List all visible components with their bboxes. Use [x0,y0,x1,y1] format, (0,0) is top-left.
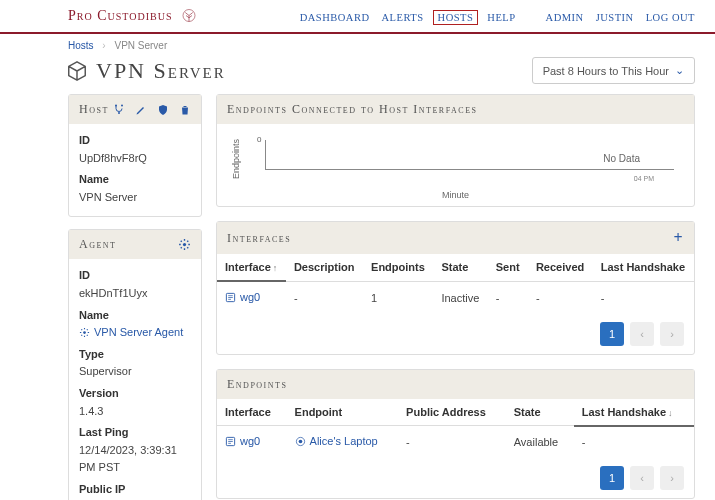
agent-id-label: ID [79,267,191,285]
cell-sent: - [488,281,528,314]
ecol-public[interactable]: Public Address [398,399,506,426]
col-interface[interactable]: Interface↑ [217,254,286,281]
agent-panel: Agent ID ekHDnTf1Uyx Name VPN Server Age… [68,229,202,500]
endpoint-icon [295,436,306,447]
top-nav: DASHBOARD ALERTS HOSTS HELP ADMIN JUSTIN… [300,12,695,23]
chart-ytick: 0 [257,135,261,144]
col-state[interactable]: State [433,254,487,281]
add-interface-button[interactable]: + [673,229,684,247]
host-name-label: Name [79,171,191,189]
sort-desc-icon: ↓ [668,408,673,418]
agent-name-value: VPN Server Agent [94,324,183,342]
page-title: VPN Server [66,58,226,84]
gear-icon[interactable] [178,238,191,251]
agent-lastping-value: 12/14/2023, 3:39:31 PM PST [79,442,191,477]
svg-point-3 [118,112,120,114]
table-row: wg0 Alice's Laptop - Available - [217,426,694,458]
nav-dashboard[interactable]: DASHBOARD [300,12,370,23]
svg-point-4 [183,243,186,246]
agent-type-value: Supervisor [79,363,191,381]
cell-description: - [286,281,363,314]
ecell-state: Available [506,426,574,458]
agent-version-label: Version [79,385,191,403]
table-row: wg0 - 1 Inactive - - - [217,281,694,314]
endpoint-link[interactable]: Alice's Laptop [295,435,378,447]
endpoints-panel: Endpoints Interface Endpoint Public Addr… [216,369,695,499]
page-title-text: VPN Server [96,58,226,84]
page-next-button[interactable]: › [660,466,684,490]
host-id-value: UpDf8hvF8rQ [79,150,191,168]
brand-logo[interactable]: Pro Custodibus [68,8,198,26]
delete-icon[interactable] [179,104,191,116]
chart-nodata: No Data [603,153,640,164]
interfaces-pager: 1 ‹ › [217,314,694,354]
agent-id-value: ekHDnTf1Uyx [79,285,191,303]
host-cube-icon [66,60,88,82]
agent-version-value: 1.4.3 [79,403,191,421]
sort-asc-icon: ↑ [273,263,278,273]
time-range-label: Past 8 Hours to This Hour [543,65,669,77]
endpoint-interface-link[interactable]: wg0 [225,435,260,447]
nav-alerts[interactable]: ALERTS [382,12,424,23]
ecol-state[interactable]: State [506,399,574,426]
nav-admin[interactable]: ADMIN [546,12,584,23]
agent-publicip-label: Public IP [79,481,191,499]
page-1-button[interactable]: 1 [600,466,624,490]
interface-link[interactable]: wg0 [225,291,260,303]
chevron-down-icon: ⌄ [675,64,684,77]
agent-type-label: Type [79,346,191,364]
cell-received: - [528,281,593,314]
ecol-endpoint[interactable]: Endpoint [287,399,399,426]
host-panel-title: Host [79,102,109,117]
host-name-value: VPN Server [79,189,191,207]
svg-point-9 [298,439,302,443]
time-range-selector[interactable]: Past 8 Hours to This Hour ⌄ [532,57,695,84]
cell-endpoints: 1 [363,281,433,314]
nav-hosts[interactable]: HOSTS [433,10,479,25]
nav-logout[interactable]: LOG OUT [646,12,695,23]
page-next-button[interactable]: › [660,322,684,346]
agent-name-link[interactable]: VPN Server Agent [79,324,191,342]
chart-ylabel: Endpoints [231,134,241,184]
chart-xlabel: Minute [217,190,694,206]
page-prev-button[interactable]: ‹ [630,466,654,490]
brand-text: Pro Custodibus [68,8,172,23]
interfaces-title: Interfaces [227,231,291,246]
col-description[interactable]: Description [286,254,363,281]
col-endpoints[interactable]: Endpoints [363,254,433,281]
page-prev-button[interactable]: ‹ [630,322,654,346]
ecol-handshake[interactable]: Last Handshake↓ [574,399,694,426]
gear-small-icon [79,327,90,338]
svg-point-5 [83,332,86,335]
edit-icon[interactable] [135,104,147,116]
brand-tree-icon [180,8,198,26]
cell-handshake: - [593,281,694,314]
page-1-button[interactable]: 1 [600,322,624,346]
ecell-public: - [398,426,506,458]
col-sent[interactable]: Sent [488,254,528,281]
interface-icon [225,436,236,447]
cell-state: Inactive [433,281,487,314]
ecol-interface[interactable]: Interface [217,399,287,426]
host-id-label: ID [79,132,191,150]
chart-panel-title: Endpoints Connected to Host Interfaces [227,102,477,117]
shield-icon[interactable] [157,104,169,116]
col-received[interactable]: Received [528,254,593,281]
chart-panel: Endpoints Connected to Host Interfaces E… [216,94,695,207]
col-handshake[interactable]: Last Handshake [593,254,694,281]
agent-lastping-label: Last Ping [79,424,191,442]
crumb-hosts[interactable]: Hosts [68,40,94,51]
nav-user[interactable]: JUSTIN [596,12,634,23]
breadcrumb: Hosts › VPN Server [0,40,715,55]
interfaces-panel: Interfaces + Interface↑ Description Endp… [216,221,695,355]
crumb-separator: › [102,40,105,51]
chart-area: 0 No Data 04 PM [247,134,680,184]
svg-point-2 [121,104,123,106]
host-panel: Host ID UpDf8hvF8rQ Name VPN Server [68,94,202,217]
endpoints-title: Endpoints [227,377,287,392]
header-divider [0,32,715,34]
nav-help[interactable]: HELP [487,12,515,23]
branch-icon[interactable] [113,104,125,116]
endpoints-pager: 1 ‹ › [217,458,694,498]
svg-point-1 [115,104,117,106]
